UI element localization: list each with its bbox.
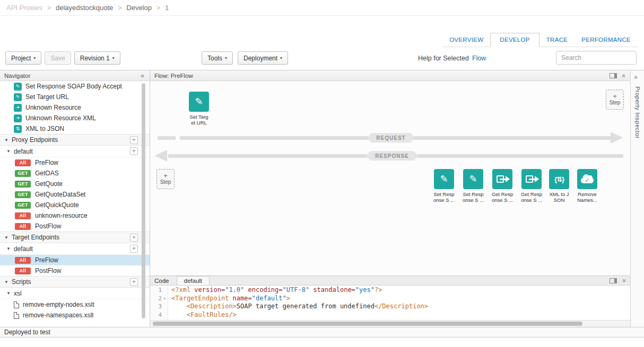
- policy-set-response-1[interactable]: ✎: [434, 169, 454, 189]
- toolbar-middle-group: Tools ▾ Deployment ▾: [202, 51, 288, 65]
- code-text[interactable]: <?xml version="1.0" encoding="UTF-8" sta…: [168, 286, 382, 295]
- line-number-gutter[interactable]: 3: [150, 302, 168, 311]
- code-line[interactable]: 4 <FaultRules/>: [150, 311, 630, 319]
- line-number-gutter[interactable]: 2▾: [150, 295, 168, 303]
- proxy-endpoint-default-group[interactable]: ▼ default +: [0, 146, 150, 157]
- request-arrow-icon: [611, 132, 623, 144]
- panel-layout-icon[interactable]: [610, 278, 617, 283]
- navigator-scrollbar[interactable]: [142, 83, 145, 322]
- policy-set-target-url[interactable]: ✎: [189, 92, 209, 112]
- tab-develop[interactable]: DEVELOP: [490, 33, 539, 47]
- target-flow-preflow[interactable]: All PreFlow: [0, 255, 150, 265]
- proxy-flow-postflow[interactable]: All PostFlow: [0, 221, 150, 232]
- plus-icon: +: [613, 93, 617, 100]
- scrollbar-thumb[interactable]: [142, 83, 145, 318]
- triangle-down-icon[interactable]: ▼: [4, 235, 8, 240]
- triangle-down-icon[interactable]: ▼: [4, 280, 8, 284]
- tab-performance[interactable]: PERFORMANCE: [575, 33, 638, 47]
- deployment-menu-button[interactable]: Deployment ▾: [238, 51, 288, 65]
- section-target-endpoints[interactable]: ▼ Target Endpoints +: [0, 232, 150, 243]
- breadcrumb-proxy-name[interactable]: delayedstockquote: [56, 4, 113, 12]
- code-line[interactable]: 1<?xml version="1.0" encoding="UTF-8" st…: [150, 286, 630, 295]
- target-endpoint-default-group[interactable]: ▼ default +: [0, 243, 150, 255]
- policy-remove-namespaces[interactable]: ✓: [577, 169, 597, 189]
- tab-overview[interactable]: OVERVIEW: [442, 33, 490, 47]
- policy-get-response-2[interactable]: [521, 169, 542, 189]
- policy-item[interactable]: ➔ Unknown Resource XML: [0, 113, 150, 123]
- code-panel: Code default « 1<?xml version="1.0" enco…: [150, 275, 630, 327]
- tools-menu-button[interactable]: Tools ▾: [202, 51, 233, 65]
- revision-menu-button[interactable]: Revision 1 ▾: [74, 51, 120, 65]
- policy-item[interactable]: ✎ Set Response SOAP Body Accept: [0, 81, 150, 92]
- policy-set-response-2[interactable]: ✎: [463, 169, 483, 189]
- code-text[interactable]: <Description>SOAP target generated from …: [168, 302, 428, 311]
- triangle-down-icon[interactable]: ▼: [6, 149, 11, 154]
- section-proxy-endpoints[interactable]: ▼ Proxy Endpoints +: [0, 134, 150, 146]
- policy-label: Set Resp onse S ...: [429, 191, 459, 203]
- navigator-title: Navigator: [4, 73, 30, 79]
- add-step-button-response[interactable]: + Step: [156, 169, 175, 189]
- triangle-down-icon[interactable]: ▼: [4, 138, 8, 143]
- xml-to-json-icon: ⇅: [14, 125, 22, 133]
- proxy-flow-getquotedataset[interactable]: GET GetQuoteDataSet: [0, 189, 150, 200]
- add-target-endpoint-button[interactable]: +: [130, 234, 138, 242]
- policy-label: Unknown Resource XML: [25, 114, 96, 122]
- breadcrumb-api-proxies[interactable]: API Proxies: [6, 4, 42, 12]
- callout-icon: [506, 176, 510, 182]
- method-badge: All: [15, 159, 31, 166]
- collapse-up-icon[interactable]: «: [621, 74, 628, 77]
- add-proxy-endpoint-button[interactable]: +: [130, 136, 138, 144]
- add-flow-button[interactable]: +: [130, 245, 138, 253]
- expand-property-inspector-icon[interactable]: «: [632, 76, 640, 79]
- line-number-gutter[interactable]: 1: [150, 286, 168, 295]
- add-script-button[interactable]: +: [130, 278, 138, 286]
- code-text[interactable]: <FaultRules/>: [168, 311, 237, 319]
- policy-xml-to-json[interactable]: {⇅}: [549, 169, 569, 189]
- policy-item[interactable]: ✎ Set Target URL: [0, 92, 150, 102]
- code-text[interactable]: <TargetEndpoint name="default">: [168, 295, 290, 303]
- panel-layout-icon[interactable]: [610, 73, 617, 78]
- section-scripts[interactable]: ▼ Scripts +: [0, 276, 150, 288]
- proxy-flow-getquickquote[interactable]: GET GetQuickQuote: [0, 200, 150, 210]
- tab-trace[interactable]: TRACE: [539, 33, 575, 47]
- assign-message-icon: ✎: [14, 83, 22, 91]
- policy-get-response-1[interactable]: [492, 169, 512, 189]
- save-button[interactable]: Save: [45, 51, 71, 65]
- scrollbar-thumb[interactable]: [153, 322, 582, 326]
- proxy-flow-getoas[interactable]: GET GetOAS: [0, 168, 150, 179]
- line-number-gutter[interactable]: 4: [150, 311, 168, 319]
- code-tab-default[interactable]: default: [177, 276, 210, 285]
- search-input[interactable]: [556, 51, 637, 65]
- code-horizontal-scrollbar[interactable]: [150, 320, 630, 327]
- flow-editor-panel: Flow: PreFlow « ✎ Set Targ et URL + Step…: [150, 70, 630, 275]
- assign-message-icon: ✎: [14, 93, 22, 101]
- proxy-flow-getquote[interactable]: GET GetQuote: [0, 179, 150, 189]
- property-inspector-strip: « Property Inspector: [630, 70, 644, 327]
- step-label: Step: [610, 100, 621, 106]
- add-step-button-request[interactable]: + Step: [606, 90, 624, 110]
- scripts-xsl-group[interactable]: ▼ xsl: [0, 288, 150, 299]
- check-icon: ✓: [577, 177, 597, 184]
- breadcrumb-develop[interactable]: Develop: [126, 4, 152, 12]
- flow-label: GetQuickQuote: [35, 201, 79, 209]
- add-flow-button[interactable]: +: [130, 147, 138, 155]
- script-file-remove-namespaces[interactable]: remove-namespaces.xslt: [0, 310, 150, 321]
- help-flow-link[interactable]: Flow: [472, 55, 486, 62]
- triangle-down-icon[interactable]: ▼: [6, 291, 11, 296]
- code-line[interactable]: 3 <Description>SOAP target generated fro…: [150, 302, 630, 311]
- collapse-down-icon[interactable]: «: [621, 279, 628, 283]
- triangle-down-icon[interactable]: ▼: [6, 246, 11, 251]
- collapse-navigator-icon[interactable]: «: [141, 72, 144, 79]
- proxy-flow-unknown-resource[interactable]: All unknown-resource: [0, 210, 150, 221]
- file-icon: [14, 301, 19, 308]
- breadcrumb-separator: >: [118, 4, 121, 12]
- script-file-remove-empty-nodes[interactable]: remove-empty-nodes.xslt: [0, 299, 150, 310]
- fold-marker-icon[interactable]: ▾: [162, 295, 168, 303]
- target-flow-postflow[interactable]: All PostFlow: [0, 265, 150, 276]
- policy-item[interactable]: ➔ Unknown Resource: [0, 102, 150, 113]
- code-line[interactable]: 2▾<TargetEndpoint name="default">: [150, 295, 630, 303]
- policy-item[interactable]: ⇅ XML to JSON: [0, 123, 150, 134]
- proxy-flow-preflow[interactable]: All PreFlow: [0, 157, 150, 168]
- flow-panel-header: Flow: PreFlow «: [150, 70, 630, 81]
- project-menu-button[interactable]: Project ▾: [5, 51, 41, 65]
